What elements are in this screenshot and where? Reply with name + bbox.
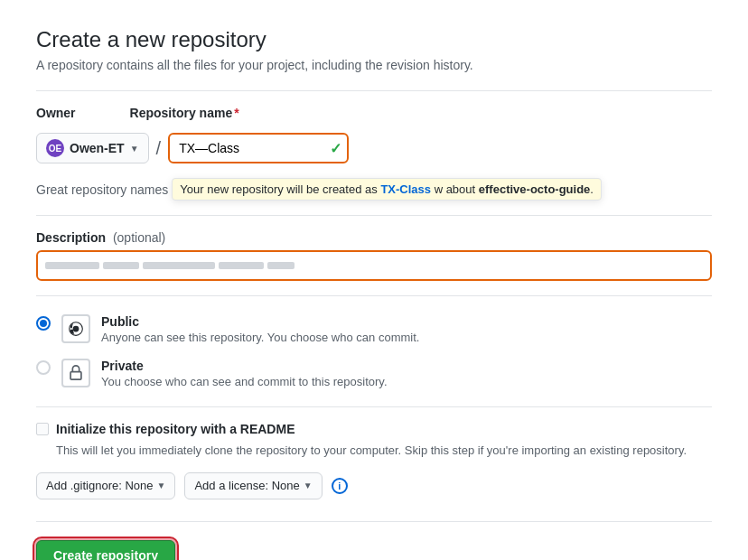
public-desc: Anyone can see this repository. You choo…	[101, 331, 419, 344]
init-description: This will let you immediately clone the …	[56, 442, 712, 460]
description-input-wrapper	[36, 250, 712, 281]
public-title: Public	[101, 314, 419, 329]
init-checkbox[interactable]	[36, 423, 49, 435]
valid-checkmark-icon: ✓	[330, 140, 341, 157]
visibility-option-private[interactable]: Private You choose who can see and commi…	[36, 359, 712, 388]
public-radio-inner	[40, 320, 47, 327]
public-icon	[61, 314, 90, 343]
owner-caret-icon: ▼	[130, 144, 139, 154]
owner-name: Owen-ET	[70, 141, 125, 155]
divider-visibility	[36, 295, 712, 296]
submit-section: Create repository	[36, 521, 712, 561]
tooltip-repo-name: TX-Class	[380, 182, 431, 196]
private-radio[interactable]	[36, 360, 51, 375]
repo-name-label: Repository name*	[130, 106, 239, 120]
page-title: Create a new repository	[36, 27, 712, 52]
init-checkbox-row[interactable]: Initialize this repository with a README	[36, 422, 712, 436]
owner-label: Owner	[36, 106, 76, 120]
repo-name-input[interactable]	[168, 133, 349, 163]
description-label: Description (optional)	[36, 230, 712, 245]
svg-point-0	[73, 326, 79, 332]
visibility-option-public[interactable]: Public Anyone can see this repository. Y…	[36, 314, 712, 344]
repo-name-wrapper: ✓	[168, 133, 349, 163]
public-content: Public Anyone can see this repository. Y…	[101, 314, 419, 344]
tooltip-suffix-text: w about	[431, 182, 479, 196]
owner-repo-group: Owner Repository name* OE Owen-ET ▼ / ✓	[36, 106, 712, 163]
private-title: Private	[101, 359, 388, 373]
description-optional: (optional)	[113, 230, 165, 245]
suggestion-tooltip: Your new repository will be created as T…	[172, 178, 602, 201]
divider-top	[36, 90, 712, 91]
page-subtitle: A repository contains all the files for …	[36, 58, 712, 72]
visibility-section: Public Anyone can see this repository. Y…	[36, 314, 712, 388]
owner-avatar: OE	[46, 139, 64, 157]
tooltip-effective-link: effective-octo-guide	[479, 182, 591, 196]
description-input[interactable]	[36, 250, 712, 281]
init-section: Initialize this repository with a README…	[36, 422, 712, 499]
description-group: Description (optional)	[36, 230, 712, 281]
gitignore-label: Add .gitignore: None	[46, 479, 154, 492]
tooltip-prefix-text: Your new repository will be created as	[180, 182, 380, 196]
owner-repo-row: OE Owen-ET ▼ / ✓	[36, 133, 712, 163]
gitignore-caret-icon: ▼	[157, 481, 166, 490]
license-dropdown[interactable]: Add a license: None ▼	[184, 472, 322, 499]
slash-separator: /	[156, 133, 162, 163]
license-label: Add a license: None	[194, 479, 299, 492]
private-content: Private You choose who can see and commi…	[101, 359, 388, 388]
divider-description	[36, 215, 712, 216]
private-desc: You choose who can see and commit to thi…	[101, 375, 388, 388]
suggestion-prefix: Great repository names	[36, 182, 168, 197]
private-icon	[61, 359, 90, 387]
addon-row: Add .gitignore: None ▼ Add a license: No…	[36, 472, 712, 499]
suggestion-area: Great repository names Your new reposito…	[36, 178, 712, 201]
public-radio[interactable]	[36, 316, 51, 331]
gitignore-dropdown[interactable]: Add .gitignore: None ▼	[36, 472, 175, 499]
create-repository-button[interactable]: Create repository	[36, 540, 175, 561]
info-icon[interactable]: i	[332, 478, 348, 494]
owner-dropdown[interactable]: OE Owen-ET ▼	[36, 133, 149, 163]
required-star: *	[234, 106, 238, 120]
tooltip-end: .	[590, 182, 594, 196]
init-label: Initialize this repository with a README	[56, 422, 295, 436]
divider-init	[36, 406, 712, 407]
license-caret-icon: ▼	[304, 481, 313, 490]
